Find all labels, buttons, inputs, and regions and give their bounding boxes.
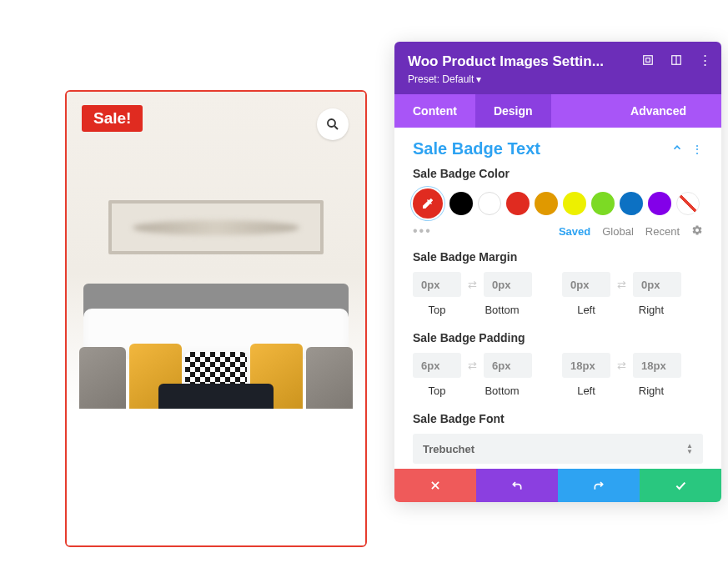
expand-icon[interactable] bbox=[641, 53, 655, 67]
tab-content[interactable]: Content bbox=[394, 94, 475, 128]
caret-down-icon: ▾ bbox=[476, 73, 481, 85]
columns-icon[interactable] bbox=[670, 53, 683, 67]
svg-point-0 bbox=[328, 119, 335, 127]
palette-global[interactable]: Global bbox=[602, 225, 634, 238]
color-swatch[interactable] bbox=[535, 192, 558, 215]
label-right: Right bbox=[627, 304, 675, 316]
margin-top-input[interactable] bbox=[413, 272, 461, 297]
section-menu-icon[interactable]: ⋮ bbox=[691, 143, 703, 156]
decor-bed bbox=[67, 409, 365, 545]
close-icon bbox=[429, 480, 441, 491]
more-colors-icon[interactable]: ••• bbox=[413, 224, 432, 239]
margin-right-input[interactable] bbox=[633, 272, 681, 297]
label-top: Top bbox=[413, 304, 461, 316]
collapse-icon[interactable] bbox=[671, 142, 683, 156]
undo-icon bbox=[510, 479, 524, 492]
link-icon[interactable]: ⇄ bbox=[466, 279, 479, 291]
zoom-button[interactable] bbox=[317, 108, 349, 140]
decor-frame bbox=[108, 200, 324, 254]
label-left: Left bbox=[562, 384, 610, 397]
link-icon[interactable]: ⇄ bbox=[466, 359, 479, 372]
padding-label: Sale Badge Padding bbox=[413, 331, 703, 344]
panel-header: Woo Product Images Settin... Preset: Def… bbox=[394, 42, 721, 94]
color-swatches bbox=[413, 188, 703, 219]
gear-icon[interactable] bbox=[691, 224, 703, 239]
padding-top-input[interactable] bbox=[413, 353, 461, 378]
label-left: Left bbox=[562, 304, 610, 316]
label-top: Top bbox=[413, 384, 461, 397]
color-swatch[interactable] bbox=[563, 192, 586, 215]
color-swatch[interactable] bbox=[648, 192, 671, 215]
tab-design[interactable]: Design bbox=[475, 94, 551, 128]
confirm-button[interactable] bbox=[640, 469, 721, 502]
margin-label: Sale Badge Margin bbox=[413, 250, 703, 264]
padding-left-input[interactable] bbox=[562, 353, 610, 378]
font-select[interactable]: Trebuchet ▲▼ bbox=[413, 434, 703, 464]
eyedropper-icon bbox=[421, 197, 434, 210]
redo-button[interactable] bbox=[558, 469, 640, 502]
settings-panel: Woo Product Images Settin... Preset: Def… bbox=[394, 42, 721, 502]
margin-left-input[interactable] bbox=[562, 272, 610, 297]
magnify-icon bbox=[325, 117, 340, 132]
padding-right-input[interactable] bbox=[633, 353, 681, 378]
undo-button[interactable] bbox=[476, 469, 558, 502]
link-icon[interactable]: ⇄ bbox=[615, 279, 628, 291]
kebab-menu-icon[interactable]: ⋮ bbox=[698, 53, 711, 67]
color-swatch[interactable] bbox=[676, 192, 700, 215]
margin-bottom-input[interactable] bbox=[484, 272, 532, 297]
section-title[interactable]: Sale Badge Text bbox=[413, 139, 540, 158]
tabs: Content Design Advanced bbox=[394, 94, 721, 128]
sale-badge: Sale! bbox=[82, 105, 143, 132]
color-swatch[interactable] bbox=[591, 192, 615, 215]
close-button[interactable] bbox=[394, 469, 476, 502]
svg-rect-3 bbox=[646, 58, 650, 63]
color-swatch[interactable] bbox=[449, 192, 473, 215]
label-bottom: Bottom bbox=[478, 304, 526, 316]
label-bottom: Bottom bbox=[478, 384, 526, 397]
color-label: Sale Badge Color bbox=[413, 167, 703, 180]
product-image bbox=[67, 92, 365, 545]
product-preview: Sale! bbox=[65, 90, 367, 547]
redo-icon bbox=[592, 479, 605, 492]
link-icon[interactable]: ⇄ bbox=[615, 359, 628, 372]
palette-saved[interactable]: Saved bbox=[559, 225, 590, 238]
svg-line-1 bbox=[334, 126, 338, 129]
font-label: Sale Badge Font bbox=[413, 412, 703, 425]
preset-selector[interactable]: Preset: Default ▾ bbox=[408, 73, 481, 85]
tab-advanced[interactable]: Advanced bbox=[612, 94, 705, 128]
color-swatch[interactable] bbox=[506, 192, 530, 215]
panel-footer bbox=[394, 469, 721, 502]
palette-recent[interactable]: Recent bbox=[645, 225, 680, 238]
svg-rect-2 bbox=[644, 56, 653, 65]
label-right: Right bbox=[627, 384, 675, 397]
color-swatch[interactable] bbox=[620, 192, 643, 215]
color-swatch[interactable] bbox=[478, 192, 501, 215]
check-icon bbox=[674, 479, 687, 492]
padding-bottom-input[interactable] bbox=[484, 353, 532, 378]
eyedropper-button[interactable] bbox=[413, 188, 443, 219]
font-value: Trebuchet bbox=[423, 443, 474, 455]
select-arrows-icon: ▲▼ bbox=[686, 443, 693, 455]
